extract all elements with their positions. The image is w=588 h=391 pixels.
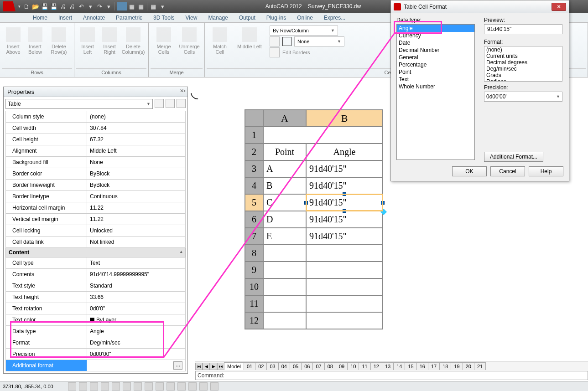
svg-line-0 — [164, 34, 394, 357]
annotation-line — [0, 0, 588, 391]
